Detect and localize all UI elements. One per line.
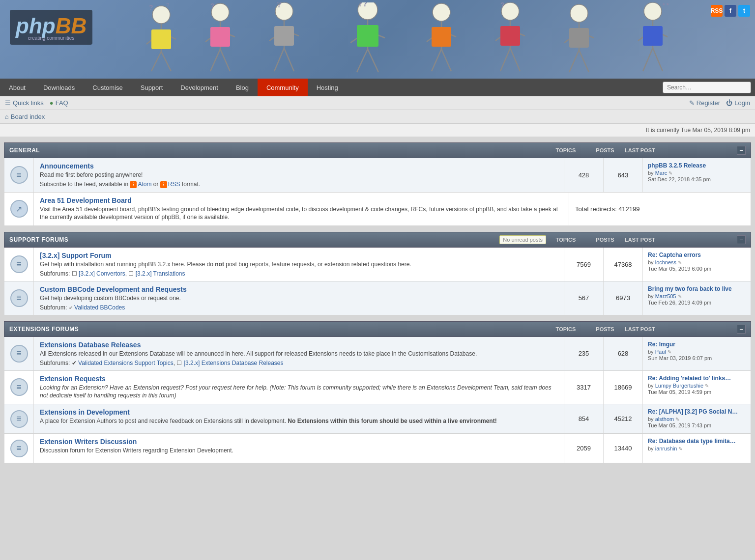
svg-line-53 <box>579 50 589 72</box>
lastpost-author-link[interactable]: Paul <box>655 349 666 355</box>
forum-lastpost-bbcode: Bring my two fora back to live by Marz50… <box>642 281 751 315</box>
general-topics-col: Topics <box>546 147 585 153</box>
table-row: ≡ Extension Writers Discussion Discussio… <box>4 434 751 463</box>
lastpost-title[interactable]: Bring my two fora back to live <box>648 285 746 292</box>
register-link[interactable]: ✎ Register <box>689 99 720 107</box>
redirect-stats: Total redirects: 412199 <box>569 193 751 226</box>
social-icons: RSS f t <box>711 5 750 17</box>
svg-point-48 <box>570 4 588 22</box>
svg-line-52 <box>569 50 579 72</box>
svg-rect-23 <box>274 26 294 46</box>
nav-community[interactable]: Community <box>258 79 308 96</box>
nav-blog[interactable]: Blog <box>227 79 258 96</box>
extensions-database-link[interactable]: Extensions Database <box>119 350 174 357</box>
validated-bbcodes-link[interactable]: Validated BBCodes <box>74 304 125 311</box>
forum-icon: ≡ <box>10 255 28 273</box>
forum-title-bbcode[interactable]: Custom BBCode Development and Requests <box>40 285 558 293</box>
support-section-title: Support Forums <box>9 236 495 243</box>
twitter-icon[interactable]: t <box>738 5 750 17</box>
lastpost-author-icon: ✎ <box>678 260 682 265</box>
forum-info-extrequests: Extension Requests Looking for an Extens… <box>34 371 564 404</box>
forum-title-area51[interactable]: Area 51 Development Board <box>40 196 563 204</box>
forum-desc-area51: Visit the Area 51 development board, php… <box>40 205 563 222</box>
forum-posts-count: 18669 <box>603 371 642 404</box>
forum-icon-cell: ≡ <box>4 371 34 404</box>
lastpost-author-link[interactable]: Marc <box>655 170 667 176</box>
lastpost-title[interactable]: phpBB 3.2.5 Release <box>648 162 746 169</box>
register-icon: ✎ <box>689 99 695 107</box>
subforum-convertors-link[interactable]: [3.2.x] Convertors <box>79 270 125 277</box>
login-label: Login <box>734 99 750 107</box>
subforum-translations-link[interactable]: [3.2.x] Translations <box>136 270 185 277</box>
forum-posts-count: 628 <box>603 337 642 370</box>
login-icon: ⏻ <box>726 99 732 107</box>
ext-topics-col: Topics <box>546 326 585 332</box>
subforum-icon: ✔ <box>72 360 77 366</box>
support-collapse-btn[interactable]: − <box>737 235 746 244</box>
forum-title-support32[interactable]: [3.2.x] Support Forum <box>40 252 558 259</box>
general-section-title: General <box>9 147 546 154</box>
forum-lastpost-extwriters: Re: Database data type limita… by ianrus… <box>642 434 751 463</box>
lastpost-author-link[interactable]: Marz505 <box>655 293 676 299</box>
forum-posts-count: 47368 <box>603 248 642 281</box>
nav-development[interactable]: Development <box>172 79 227 96</box>
lastpost-title[interactable]: Re: [ALPHA] [3.2] PG Social N… <box>648 408 746 415</box>
ext-posts-col: Posts <box>585 326 625 332</box>
lastpost-title[interactable]: Re: Database data type limita… <box>648 438 746 445</box>
login-link[interactable]: ⏻ Login <box>726 99 750 107</box>
forum-icon-cell: ≡ <box>4 248 34 281</box>
forum-topics-count: 428 <box>564 158 603 192</box>
lastpost-author-link[interactable]: Lumpy Burgertushie <box>655 383 703 389</box>
subforum-icon2: ☐ <box>128 270 134 277</box>
extensions-section-cols: Topics Posts Last Post <box>546 326 733 332</box>
faq-link[interactable]: ● FAQ <box>50 99 68 107</box>
forum-title-extdev[interactable]: Extensions in Development <box>40 408 558 416</box>
lastpost-title[interactable]: Re: Captcha errors <box>648 252 746 258</box>
lastpost-author-link[interactable]: ianrushin <box>655 446 677 451</box>
forum-posts-count: 6973 <box>603 281 642 315</box>
quicklinks-menu[interactable]: ☰ Quick links <box>5 99 44 107</box>
lastpost-date: Sat Dec 22, 2018 4:35 pm <box>648 176 746 182</box>
nav-hosting[interactable]: Hosting <box>308 79 347 96</box>
forum-icon-cell: ≡ <box>4 434 34 463</box>
forum-lastpost-extdev: Re: [ALPHA] [3.2] PG Social N… by alstho… <box>642 404 751 433</box>
atom-link[interactable]: Atom <box>138 181 151 188</box>
customisations-database-link[interactable]: Customisations Database <box>408 350 475 357</box>
forum-icon: ≡ <box>10 378 28 396</box>
logo[interactable]: phpBB creating communities <box>10 10 92 45</box>
forum-redirect-icon: ↗ <box>10 200 28 218</box>
forum-title-announcements[interactable]: Announcements <box>40 162 558 170</box>
forum-info: Announcements Read me first before posti… <box>34 158 564 192</box>
forum-topics-count: 854 <box>564 404 603 433</box>
nav-support[interactable]: Support <box>132 79 172 96</box>
support-lastpost-col: Last Post <box>625 237 733 243</box>
forum-title-extdb[interactable]: Extensions Database Releases <box>40 341 558 349</box>
home-icon: ⌂ <box>5 113 9 120</box>
extensions-collapse-btn[interactable]: − <box>737 325 746 334</box>
svg-line-38 <box>441 49 451 71</box>
nav-customise[interactable]: Customise <box>84 79 131 96</box>
svg-text:?: ? <box>166 2 170 9</box>
validated-icon: ✔ <box>69 305 73 310</box>
rss-link[interactable]: RSS <box>168 181 180 188</box>
board-index-link[interactable]: ⌂ Board index <box>5 113 750 120</box>
general-collapse-btn[interactable]: − <box>737 146 746 155</box>
rss-icon[interactable]: RSS <box>711 5 723 17</box>
lastpost-by: by Paul ✎ <box>648 349 746 355</box>
lastpost-date: Tue Feb 26, 2019 4:09 pm <box>648 300 746 306</box>
forum-icon: ≡ <box>10 440 28 457</box>
validated-ext-link[interactable]: Validated Extensions Support Topics <box>78 360 174 366</box>
ext32-link[interactable]: [3.2.x] Extensions Database Releases <box>184 360 284 366</box>
lastpost-author-link[interactable]: lochness <box>655 259 676 265</box>
nav-downloads[interactable]: Downloads <box>34 79 84 96</box>
nav-about[interactable]: About <box>0 79 34 96</box>
facebook-icon[interactable]: f <box>725 5 736 17</box>
search-input[interactable] <box>663 82 751 93</box>
lastpost-author-link[interactable]: alsthom <box>655 416 674 422</box>
forum-subforums-support32: Subforums: ☐ [3.2.x] Convertors, ☐ [3.2.… <box>40 270 558 277</box>
svg-line-22 <box>284 48 294 71</box>
forum-title-extwriters[interactable]: Extension Writers Discussion <box>40 438 558 446</box>
lastpost-title[interactable]: Re: Adding 'related to' links… <box>648 375 746 382</box>
forum-title-extrequests[interactable]: Extension Requests <box>40 375 558 383</box>
lastpost-title[interactable]: Re: Imgur <box>648 341 746 348</box>
